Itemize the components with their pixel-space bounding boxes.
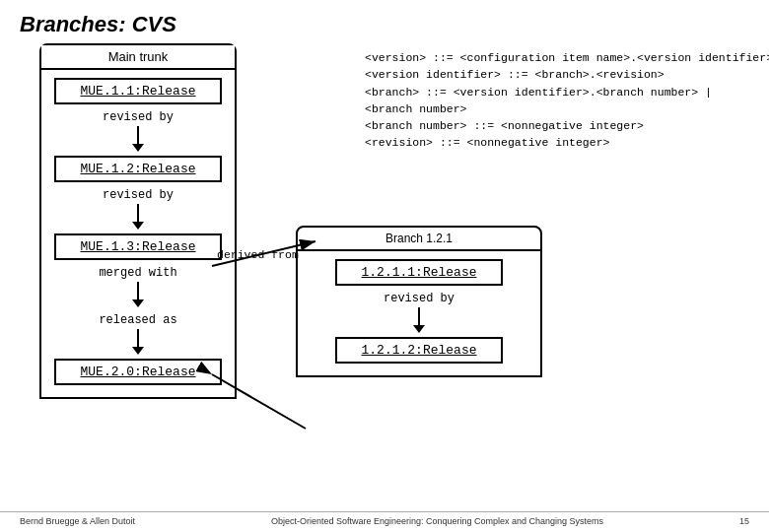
page-title: Branches: CVS bbox=[0, 0, 769, 43]
arrow-line-2 bbox=[137, 204, 139, 222]
revised-by-label-2: revised by bbox=[103, 186, 174, 204]
arrow-head-3 bbox=[132, 299, 144, 307]
grammar-line-5: <branch number> ::= <nonnegative integer… bbox=[365, 117, 749, 134]
branch-release-box-1[interactable]: 1.2.1.1:Release bbox=[335, 259, 503, 286]
arrow-line-1 bbox=[137, 126, 139, 144]
arrow-down-2: revised by bbox=[51, 186, 225, 230]
branch-arrow-head-1 bbox=[413, 325, 425, 333]
branch-revised-by-label: revised by bbox=[384, 290, 454, 307]
grammar-line-6: <revision> ::= <nonnegative integer> bbox=[365, 134, 749, 151]
grammar-line-4: <branch number> bbox=[365, 100, 749, 117]
arrow-line-3 bbox=[137, 282, 139, 299]
trunk-label: Main trunk bbox=[41, 45, 235, 70]
release-box-2[interactable]: MUE.1.2:Release bbox=[54, 156, 222, 182]
grammar-box: <version> ::= <configuration item name>.… bbox=[365, 43, 749, 158]
grammar-line-1: <version> ::= <configuration item name>.… bbox=[365, 49, 749, 66]
arrow-head-2 bbox=[132, 222, 144, 230]
released-as-label: released as bbox=[99, 311, 176, 329]
footer-left: Bernd Bruegge & Allen Dutoit bbox=[20, 516, 135, 526]
arrow-down-4: released as bbox=[51, 311, 225, 355]
arrow-down-1: revised by bbox=[51, 108, 225, 152]
grammar-line-3: <branch> ::= <version identifier>.<branc… bbox=[365, 84, 749, 100]
branch-arrow-down-1: revised by bbox=[308, 290, 530, 333]
branch-container: Branch 1.2.1 1.2.1.1:Release revised by … bbox=[296, 226, 552, 377]
branch-arrow-line-1 bbox=[418, 307, 420, 325]
revised-by-label-1: revised by bbox=[103, 108, 174, 126]
footer-center: Object-Oriented Software Engineering: Co… bbox=[271, 516, 603, 526]
branch-label: Branch 1.2.1 bbox=[298, 228, 540, 251]
release-box-4[interactable]: MUE.2.0:Release bbox=[54, 359, 222, 385]
arrow-head-1 bbox=[132, 144, 144, 152]
branch-release-box-2[interactable]: 1.2.1.2:Release bbox=[335, 337, 503, 364]
arrow-line-4 bbox=[137, 329, 139, 347]
release-box-3[interactable]: MUE.1.3:Release bbox=[54, 233, 222, 260]
trunk-column: Main trunk MUE.1.1:Release revised by MU… bbox=[20, 43, 286, 399]
arrow-down-3: merged with bbox=[51, 264, 225, 307]
arrow-head-4 bbox=[132, 347, 144, 355]
trunk-inner: MUE.1.1:Release revised by MUE.1.2:Relea… bbox=[41, 70, 235, 397]
footer-right: 15 bbox=[739, 516, 749, 526]
branch-box: Branch 1.2.1 1.2.1.1:Release revised by … bbox=[296, 226, 542, 377]
branch-inner: 1.2.1.1:Release revised by 1.2.1.2:Relea… bbox=[298, 251, 540, 375]
footer: Bernd Bruegge & Allen Dutoit Object-Orie… bbox=[0, 511, 769, 526]
grammar-line-2: <version identifier> ::= <branch>.<revis… bbox=[365, 66, 749, 83]
release-box-1[interactable]: MUE.1.1:Release bbox=[54, 78, 222, 104]
right-section: <version> ::= <configuration item name>.… bbox=[286, 43, 749, 399]
trunk-box: Main trunk MUE.1.1:Release revised by MU… bbox=[39, 43, 237, 399]
merged-with-label: merged with bbox=[99, 264, 176, 282]
